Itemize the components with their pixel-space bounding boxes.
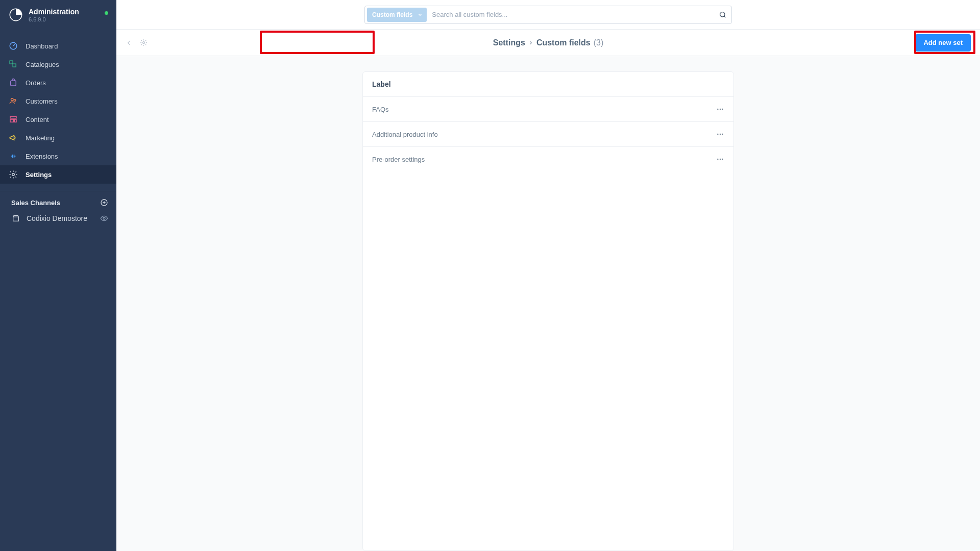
nav-label: Orders bbox=[26, 79, 46, 87]
svg-point-22 bbox=[717, 159, 718, 160]
sidebar-header: Administration 6.6.9.0 bbox=[0, 0, 116, 29]
sales-channel-item[interactable]: Codixio Demostore bbox=[0, 211, 116, 226]
channel-label: Codixio Demostore bbox=[27, 214, 87, 222]
annotation-box bbox=[260, 31, 375, 54]
nav-item-customers[interactable]: Customers bbox=[0, 92, 116, 110]
row-actions-button[interactable] bbox=[716, 105, 724, 113]
global-search[interactable]: Custom fields bbox=[364, 6, 732, 24]
svg-rect-12 bbox=[13, 217, 19, 221]
search-input[interactable] bbox=[427, 6, 714, 23]
custom-field-list: Label FAQs Additional product info Pre-o… bbox=[362, 71, 734, 551]
breadcrumb-root[interactable]: Settings bbox=[493, 38, 525, 47]
boxes-icon bbox=[8, 59, 18, 69]
sales-channels-label: Sales Channels bbox=[11, 199, 60, 207]
breadcrumb-leaf: Custom fields bbox=[536, 38, 591, 47]
svg-point-18 bbox=[722, 109, 723, 110]
eye-icon[interactable] bbox=[100, 214, 108, 222]
megaphone-icon bbox=[8, 133, 18, 143]
nav-item-orders[interactable]: Orders bbox=[0, 73, 116, 92]
users-icon bbox=[8, 96, 18, 106]
page-settings-button[interactable] bbox=[140, 39, 148, 46]
svg-point-21 bbox=[722, 134, 723, 135]
bag-icon bbox=[8, 78, 18, 88]
svg-point-23 bbox=[720, 159, 721, 160]
table-row[interactable]: Additional product info bbox=[363, 122, 733, 147]
svg-point-14 bbox=[720, 12, 725, 16]
gear-icon bbox=[8, 169, 18, 180]
back-button[interactable] bbox=[126, 39, 133, 46]
storefront-icon bbox=[11, 214, 20, 223]
nav-item-marketing[interactable]: Marketing bbox=[0, 129, 116, 147]
app-version: 6.6.9.0 bbox=[29, 16, 79, 22]
nav-item-dashboard[interactable]: Dashboard bbox=[0, 37, 116, 55]
nav-item-content[interactable]: Content bbox=[0, 110, 116, 129]
nav-label: Catalogues bbox=[26, 61, 59, 68]
sales-channels-header: Sales Channels bbox=[0, 191, 116, 211]
table-header-label: Label bbox=[363, 72, 733, 97]
svg-point-16 bbox=[717, 109, 718, 110]
svg-point-19 bbox=[717, 134, 718, 135]
nav-label: Extensions bbox=[26, 153, 58, 160]
app-title: Administration bbox=[29, 8, 79, 16]
main-area: Custom fields bbox=[116, 0, 980, 551]
row-label: FAQs bbox=[372, 106, 389, 113]
svg-rect-7 bbox=[10, 117, 16, 118]
status-indicator bbox=[105, 11, 108, 15]
svg-point-15 bbox=[143, 42, 145, 44]
svg-rect-9 bbox=[14, 119, 16, 122]
search-icon[interactable] bbox=[714, 11, 731, 19]
table-row[interactable]: Pre-order settings bbox=[363, 147, 733, 171]
nav-item-extensions[interactable]: Extensions bbox=[0, 147, 116, 165]
row-actions-button[interactable] bbox=[716, 130, 724, 138]
svg-rect-3 bbox=[13, 64, 16, 67]
chevron-down-icon bbox=[418, 12, 423, 17]
content: Label FAQs Additional product info Pre-o… bbox=[116, 56, 980, 551]
layout-icon bbox=[8, 114, 18, 124]
svg-rect-4 bbox=[11, 81, 16, 86]
nav-label: Customers bbox=[26, 97, 58, 105]
nav-item-settings[interactable]: Settings bbox=[0, 165, 116, 184]
row-actions-button[interactable] bbox=[716, 155, 724, 163]
nav-item-catalogues[interactable]: Catalogues bbox=[0, 55, 116, 73]
nav-label: Marketing bbox=[26, 134, 55, 142]
search-scope-pill[interactable]: Custom fields bbox=[367, 8, 427, 22]
nav-label: Content bbox=[26, 116, 49, 123]
svg-point-6 bbox=[14, 99, 16, 102]
svg-point-24 bbox=[722, 159, 723, 160]
table-row[interactable]: FAQs bbox=[363, 97, 733, 122]
svg-point-17 bbox=[720, 109, 721, 110]
svg-point-5 bbox=[11, 98, 14, 101]
chevron-right-icon bbox=[528, 40, 533, 45]
main-nav: Dashboard Catalogues Orders bbox=[0, 37, 116, 184]
breadcrumb: Settings Custom fields (3) bbox=[493, 38, 603, 47]
app-logo[interactable] bbox=[8, 7, 23, 22]
sidebar: Administration 6.6.9.0 Dashboard Catalog… bbox=[0, 0, 116, 551]
gauge-icon bbox=[8, 41, 18, 51]
nav-label: Settings bbox=[26, 171, 52, 179]
search-scope-label: Custom fields bbox=[372, 11, 412, 18]
row-label: Additional product info bbox=[372, 131, 438, 138]
add-new-set-button[interactable]: Add new set bbox=[915, 34, 971, 52]
page-header: Settings Custom fields (3) Add new set bbox=[116, 30, 980, 56]
svg-point-10 bbox=[12, 173, 15, 176]
row-label: Pre-order settings bbox=[372, 156, 425, 163]
svg-rect-8 bbox=[10, 119, 14, 122]
topbar: Custom fields bbox=[116, 0, 980, 30]
nav-label: Dashboard bbox=[26, 42, 58, 50]
svg-rect-2 bbox=[10, 61, 13, 64]
plug-icon bbox=[8, 151, 18, 161]
svg-point-20 bbox=[720, 134, 721, 135]
breadcrumb-count: (3) bbox=[594, 38, 604, 47]
svg-point-13 bbox=[103, 217, 105, 219]
add-channel-button[interactable] bbox=[100, 198, 108, 207]
